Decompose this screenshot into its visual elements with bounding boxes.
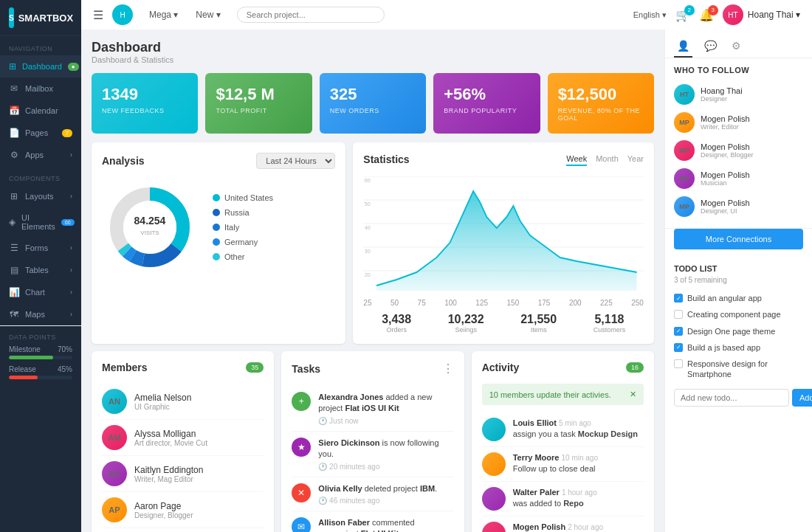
right-tab-people[interactable]: 👤	[674, 35, 692, 58]
dashboard-badge: ●	[68, 63, 79, 71]
stat-card-feedbacks: 1349 NEW FEEDBACKS	[92, 73, 198, 134]
svg-text:40: 40	[365, 224, 371, 231]
sidebar-item-ui-elements[interactable]: ◈ UI Elements 00	[0, 207, 81, 237]
popularity-value: +56%	[444, 85, 529, 104]
follow-item: MP Mogen Polish Designer, Blogger	[674, 137, 803, 165]
follow-item: MP Mogen Polish Writer, Editor	[674, 108, 803, 137]
sidebar-item-chart[interactable]: 📊 Chart ›	[0, 281, 81, 303]
todo-label: Responsive design for Smartphone	[687, 359, 803, 380]
members-badge: 35	[246, 362, 264, 373]
todo-checkbox[interactable]: ✓	[674, 294, 683, 303]
ui-elements-icon: ◈	[9, 217, 16, 227]
dashboard-icon: ⊞	[9, 61, 16, 72]
center-content: Dashboard Dashboard & Statistics 1349 NE…	[81, 30, 664, 532]
mailbox-icon: ✉	[9, 83, 19, 94]
sidebar-item-calendar[interactable]: 📅 Calendar	[0, 100, 81, 122]
stats-title: Statistics	[363, 153, 409, 165]
who-to-follow-title: Who to follow	[674, 66, 803, 75]
todo-checkbox[interactable]: ✓	[674, 343, 683, 352]
todo-checkbox[interactable]	[674, 359, 683, 368]
nav-mega[interactable]: Mega ▾	[142, 7, 185, 23]
topbar-user-avatar-sm: H	[112, 4, 133, 25]
cart-button[interactable]: 🛒2	[675, 8, 690, 22]
todo-label: Creating component page	[687, 309, 781, 319]
apps-icon: ⚙	[9, 150, 19, 160]
revenue-label: REVENUE, 80% OF THE GOAL	[558, 107, 644, 122]
sidebar-item-pages[interactable]: 📄 Pages 7	[0, 122, 81, 144]
activity-avatar	[482, 487, 506, 511]
notifications-button[interactable]: 🔔3	[699, 8, 714, 22]
topbar: ☰ H Mega ▾ New ▾ English ▾ 🛒2 🔔3 HT Hoan…	[81, 0, 812, 30]
statistics-widget: Statistics Week Month Year	[353, 142, 654, 344]
tab-week[interactable]: Week	[566, 153, 587, 166]
data-points-section: Data Points Milestone70% Release45%	[0, 325, 81, 393]
logo-text: SMARTBOX	[18, 13, 73, 24]
member-item: AN Amelia Nelson UI Graphic	[102, 384, 264, 420]
todo-item: Responsive design for Smartphone	[674, 356, 803, 383]
sidebar-item-layouts[interactable]: ⊞ Layouts ›	[0, 185, 81, 207]
task-comment-icon: ✉	[292, 517, 311, 532]
tab-month[interactable]: Month	[596, 153, 619, 166]
task-item: + Alexandra Jones added a new project Fl…	[292, 386, 453, 432]
orders-label: NEW ORDERS	[330, 107, 416, 114]
user-name: Hoang Thai ▾	[748, 10, 800, 20]
menu-icon[interactable]: ☰	[93, 8, 103, 22]
members-widget: Members 35 AN Amelia Nelson UI Graphic	[92, 351, 274, 532]
follow-avatar: MP	[674, 168, 695, 189]
stats-header: Statistics Week Month Year	[363, 153, 644, 166]
nav-new[interactable]: New ▾	[188, 7, 227, 23]
sidebar-item-apps[interactable]: ⚙ Apps ›	[0, 144, 81, 166]
user-menu[interactable]: HT Hoang Thai ▾	[723, 4, 800, 25]
sidebar-item-forms[interactable]: ☰ Forms ›	[0, 237, 81, 259]
topbar-nav: Mega ▾ New ▾	[142, 7, 228, 23]
metric-seiings: 10,232 Seiings	[448, 313, 484, 334]
sidebar-item-maps[interactable]: 🗺 Maps ›	[0, 303, 81, 325]
main-wrapper: ☰ H Mega ▾ New ▾ English ▾ 🛒2 🔔3 HT Hoan…	[81, 0, 812, 532]
legend-russia: Russia	[213, 208, 273, 217]
follow-avatar: HT	[674, 84, 695, 105]
page-title: Dashboard	[92, 40, 654, 55]
sidebar-item-mailbox[interactable]: ✉ Mailbox	[0, 77, 81, 100]
chart-x-labels: 2550 75100 125150 175200 225250	[363, 299, 644, 307]
todo-checkbox[interactable]	[674, 310, 683, 319]
chart-icon: 📊	[9, 287, 19, 297]
forms-icon: ☰	[9, 243, 19, 253]
sidebar-item-dashboard[interactable]: ⊞ Dashboard ●	[0, 55, 81, 77]
todo-section: Todo List 3 of 5 remaining ✓ Build an an…	[665, 257, 812, 532]
task-item: ✉ Allison Faber commented yourproject Fl…	[292, 511, 453, 532]
activity-avatar	[482, 418, 506, 441]
right-tab-chat[interactable]: 💬	[701, 35, 720, 58]
content-area: Dashboard Dashboard & Statistics 1349 NE…	[81, 30, 812, 532]
todo-add-button[interactable]: Add	[792, 389, 812, 407]
orders-value: 325	[330, 85, 416, 104]
activity-item: Terry Moore 10 min agoFollow up to close…	[482, 447, 644, 482]
time-select[interactable]: Last 24 Hours Last Week	[256, 153, 335, 169]
tab-year[interactable]: Year	[627, 153, 644, 166]
todo-input[interactable]	[674, 389, 789, 407]
sidebar-item-label: Calendar	[25, 106, 58, 115]
todo-item: ✓ Build an angular app	[674, 290, 803, 306]
sidebar-item-label: Pages	[25, 128, 48, 137]
tasks-menu-icon[interactable]: ⋮	[442, 362, 454, 376]
release-bar	[9, 376, 72, 379]
member-avatar: KE	[102, 461, 127, 486]
metric-orders: 3,438 Orders	[382, 313, 411, 334]
milestone-bar	[9, 356, 72, 359]
member-item: KE Kaitlyn Eddington Writer, Mag Editor	[102, 456, 264, 492]
sidebar-item-label: Apps	[25, 151, 44, 159]
stat-card-profit: $12,5 M TOTAL PROFIT	[205, 73, 312, 134]
more-connections-button[interactable]: More Connections	[674, 229, 803, 249]
language-selector[interactable]: English ▾	[633, 10, 667, 20]
pages-icon: 📄	[9, 128, 19, 138]
todo-checkbox[interactable]: ✓	[674, 327, 683, 336]
follow-item: HT Hoang Thai Designer	[674, 80, 803, 108]
sidebar-item-tables[interactable]: ▤ Tables ›	[0, 259, 81, 281]
stats-chart: 60 50 40 30 20	[363, 176, 644, 294]
activity-item: Louis Elliot 5 min agoassign you a task …	[482, 412, 644, 447]
right-tab-settings[interactable]: ⚙	[729, 35, 744, 58]
metric-customers: 5,118 Customers	[593, 313, 626, 334]
search-input[interactable]	[237, 7, 385, 23]
follow-item: MP Mogen Polish Designer, UI	[674, 193, 803, 221]
sidebar: S SMARTBOX Navigation ⊞ Dashboard ● ✉ Ma…	[0, 0, 81, 532]
todo-add-area: Add	[674, 389, 803, 407]
